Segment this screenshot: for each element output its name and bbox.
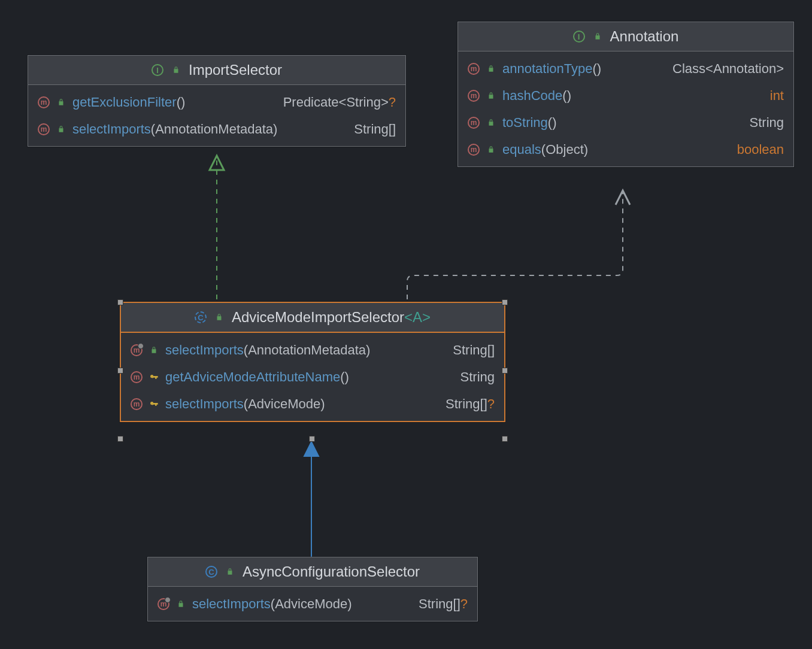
node-title: C AdviceModeImportSelector<A>	[121, 303, 504, 333]
abstract-class-icon: C	[195, 311, 207, 323]
member-row[interactable]: m toString() String	[458, 109, 793, 136]
member-row[interactable]: m equals(Object) boolean	[458, 136, 793, 163]
member-row[interactable]: m getExclusionFilter() Predicate<String>…	[28, 89, 405, 116]
lock-icon	[174, 598, 187, 611]
member-list: m getExclusionFilter() Predicate<String>…	[28, 85, 405, 146]
method-icon: m	[131, 398, 143, 410]
return-type: Class<Annotation>	[672, 59, 784, 78]
member-name: equals	[502, 142, 541, 157]
resize-handle[interactable]	[502, 368, 508, 374]
class-icon: C	[205, 566, 217, 578]
resize-handle[interactable]	[309, 436, 315, 442]
class-name: AsyncConfigurationSelector	[243, 563, 420, 580]
resize-handle[interactable]	[502, 299, 508, 305]
member-name: toString	[502, 115, 548, 130]
method-override-icon: m	[157, 598, 169, 610]
key-icon	[147, 398, 160, 411]
member-row[interactable]: m annotationType() Class<Annotation>	[458, 55, 793, 82]
node-advice-mode-import-selector[interactable]: C AdviceModeImportSelector<A> m selectIm…	[120, 302, 505, 422]
method-icon: m	[131, 371, 143, 383]
lock-icon	[484, 143, 498, 156]
lock-icon	[484, 62, 498, 75]
lock-icon	[484, 89, 498, 102]
lock-icon	[54, 123, 68, 136]
lock-icon	[484, 116, 498, 129]
method-icon: m	[468, 63, 480, 75]
return-type: int	[770, 86, 784, 105]
method-icon: m	[38, 123, 50, 135]
return-type: String[]?	[419, 594, 468, 614]
node-import-selector[interactable]: I ImportSelector m getExclusionFilter() …	[28, 55, 406, 147]
interface-icon: I	[573, 31, 585, 43]
return-type: String	[460, 367, 495, 387]
return-type: String	[750, 113, 784, 132]
node-async-configuration-selector[interactable]: C AsyncConfigurationSelector m selectImp…	[147, 557, 478, 621]
member-row[interactable]: m selectImports(AnnotationMetadata) Stri…	[28, 116, 405, 142]
member-list: m selectImports(AnnotationMetadata) Stri…	[121, 333, 504, 421]
edge-depends	[407, 192, 623, 299]
lock-icon	[213, 311, 226, 324]
member-name: selectImports	[165, 396, 244, 411]
member-row[interactable]: m selectImports(AdviceMode) String[]?	[148, 590, 477, 617]
lock-icon	[54, 96, 68, 109]
return-type: boolean	[737, 139, 784, 159]
resize-handle[interactable]	[117, 299, 123, 305]
member-row[interactable]: m selectImports(AdviceMode) String[]?	[121, 390, 504, 417]
lock-icon	[147, 344, 160, 357]
member-name: selectImports	[72, 122, 151, 137]
return-type: String[]	[453, 340, 495, 360]
member-row[interactable]: m getAdviceModeAttributeName() String	[121, 363, 504, 390]
member-name: annotationType	[502, 61, 592, 76]
return-type: String[]?	[446, 394, 495, 414]
class-name: ImportSelector	[189, 62, 282, 78]
lock-icon	[169, 63, 183, 77]
method-icon: m	[38, 96, 50, 108]
resize-handle[interactable]	[117, 436, 123, 442]
diagram-canvas[interactable]: I ImportSelector m getExclusionFilter() …	[0, 0, 812, 649]
interface-icon: I	[152, 64, 163, 76]
class-name: AdviceModeImportSelector<A>	[232, 309, 431, 326]
member-name: selectImports	[165, 342, 244, 357]
node-title: I Annotation	[458, 22, 793, 51]
member-list: m selectImports(AdviceMode) String[]?	[148, 587, 477, 621]
member-row[interactable]: m hashCode() int	[458, 82, 793, 109]
method-icon: m	[468, 144, 480, 156]
resize-handle[interactable]	[117, 368, 123, 374]
member-name: selectImports	[192, 596, 271, 611]
return-type: Predicate<String>?	[283, 92, 396, 112]
lock-icon	[591, 30, 604, 43]
member-name: getExclusionFilter	[72, 95, 177, 110]
lock-icon	[223, 565, 237, 578]
return-type: String[]	[354, 119, 396, 139]
key-icon	[147, 371, 160, 384]
member-row[interactable]: m selectImports(AnnotationMetadata) Stri…	[121, 336, 504, 363]
resize-handle[interactable]	[502, 436, 508, 442]
node-title: C AsyncConfigurationSelector	[148, 557, 477, 587]
method-icon: m	[468, 117, 480, 129]
member-name: hashCode	[502, 88, 562, 103]
class-name: Annotation	[610, 28, 679, 45]
member-list: m annotationType() Class<Annotation> m h…	[458, 51, 793, 166]
method-icon: m	[468, 90, 480, 102]
method-override-icon: m	[131, 344, 143, 356]
node-annotation[interactable]: I Annotation m annotationType() Class<An…	[457, 22, 794, 167]
member-name: getAdviceModeAttributeName	[165, 369, 340, 384]
node-title: I ImportSelector	[28, 56, 405, 85]
